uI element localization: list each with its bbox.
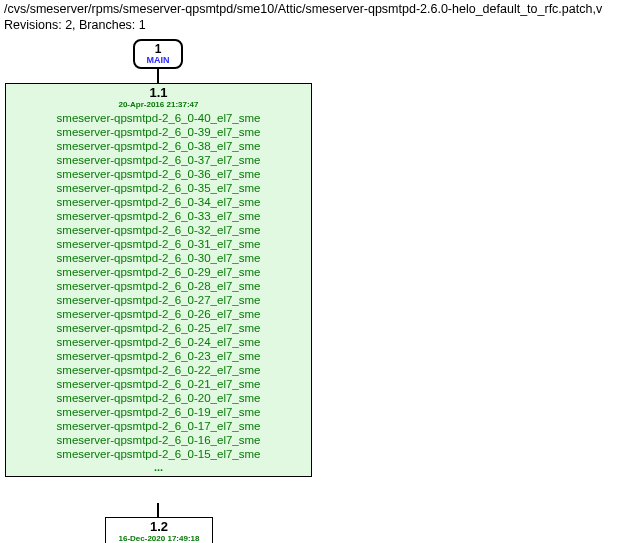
tag-item: smeserver-qpsmtpd-2_6_0-36_el7_sme: [57, 167, 261, 181]
revision-node-1-2[interactable]: 1.2 16-Dec-2020 17:49:18 HEAD: [105, 517, 213, 543]
tag-item: smeserver-qpsmtpd-2_6_0-16_el7_sme: [57, 433, 261, 447]
tag-item: smeserver-qpsmtpd-2_6_0-39_el7_sme: [57, 125, 261, 139]
tag-item: smeserver-qpsmtpd-2_6_0-35_el7_sme: [57, 181, 261, 195]
tag-item: smeserver-qpsmtpd-2_6_0-31_el7_sme: [57, 237, 261, 251]
file-path: /cvs/smeserver/rpms/smeserver-qpsmtpd/sm…: [0, 0, 626, 18]
tag-item: smeserver-qpsmtpd-2_6_0-26_el7_sme: [57, 307, 261, 321]
branch-number: 1: [155, 43, 162, 55]
revision-number: 1.1: [14, 86, 303, 100]
tag-item: smeserver-qpsmtpd-2_6_0-34_el7_sme: [57, 195, 261, 209]
revision-number: 1.2: [114, 520, 204, 534]
branch-name: MAIN: [147, 56, 170, 65]
tag-item: smeserver-qpsmtpd-2_6_0-15_el7_sme: [57, 447, 261, 461]
revisions-summary: Revisions: 2, Branches: 1: [0, 18, 626, 38]
revision-node-1-1[interactable]: 1.1 20-Apr-2016 21:37:47 smeserver-qpsmt…: [5, 83, 312, 477]
tag-item: smeserver-qpsmtpd-2_6_0-23_el7_sme: [57, 349, 261, 363]
ellipsis-icon: ...: [14, 461, 303, 473]
tag-item: smeserver-qpsmtpd-2_6_0-33_el7_sme: [57, 209, 261, 223]
tag-item: smeserver-qpsmtpd-2_6_0-25_el7_sme: [57, 321, 261, 335]
tag-item: smeserver-qpsmtpd-2_6_0-20_el7_sme: [57, 391, 261, 405]
branch-node-main[interactable]: 1 MAIN: [133, 39, 183, 69]
tag-item: smeserver-qpsmtpd-2_6_0-27_el7_sme: [57, 293, 261, 307]
tag-item: smeserver-qpsmtpd-2_6_0-32_el7_sme: [57, 223, 261, 237]
tag-item: smeserver-qpsmtpd-2_6_0-19_el7_sme: [57, 405, 261, 419]
tag-item: smeserver-qpsmtpd-2_6_0-38_el7_sme: [57, 139, 261, 153]
revision-date: 16-Dec-2020 17:49:18: [114, 534, 204, 543]
tag-item: smeserver-qpsmtpd-2_6_0-21_el7_sme: [57, 377, 261, 391]
connector-line: [157, 503, 159, 517]
revision-date: 20-Apr-2016 21:37:47: [14, 100, 303, 110]
connector-line: [157, 69, 159, 83]
tag-item: smeserver-qpsmtpd-2_6_0-17_el7_sme: [57, 419, 261, 433]
tag-item: smeserver-qpsmtpd-2_6_0-29_el7_sme: [57, 265, 261, 279]
tag-item: smeserver-qpsmtpd-2_6_0-37_el7_sme: [57, 153, 261, 167]
tag-item: smeserver-qpsmtpd-2_6_0-22_el7_sme: [57, 363, 261, 377]
tag-item: smeserver-qpsmtpd-2_6_0-30_el7_sme: [57, 251, 261, 265]
tag-item: smeserver-qpsmtpd-2_6_0-28_el7_sme: [57, 279, 261, 293]
tag-item: smeserver-qpsmtpd-2_6_0-40_el7_sme: [57, 111, 261, 125]
tag-item: smeserver-qpsmtpd-2_6_0-24_el7_sme: [57, 335, 261, 349]
tag-list: smeserver-qpsmtpd-2_6_0-40_el7_smesmeser…: [14, 111, 303, 461]
